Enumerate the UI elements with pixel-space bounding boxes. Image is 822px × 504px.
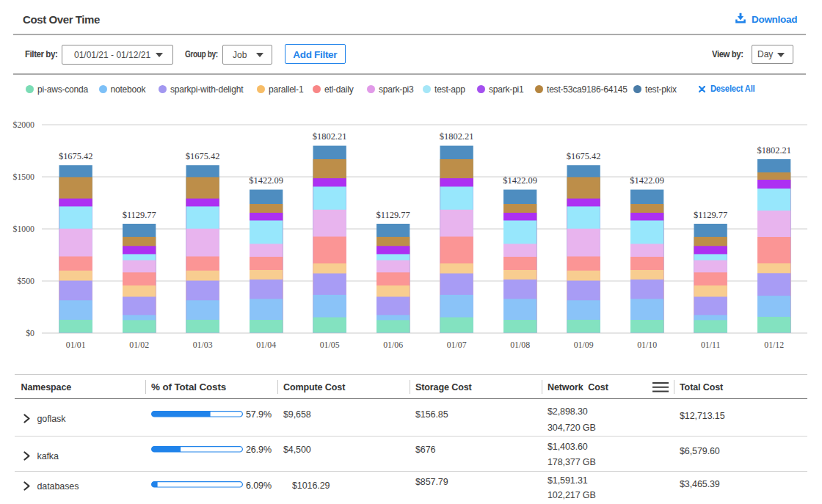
svg-text:01/08: 01/08 [510,340,530,350]
svg-text:$1675.42: $1675.42 [59,151,92,161]
svg-text:01/10: 01/10 [637,340,657,350]
svg-text:01/03: 01/03 [193,340,213,350]
svg-text:$1000: $1000 [13,224,35,234]
svg-text:01/02: 01/02 [129,340,149,350]
svg-text:$1675.42: $1675.42 [567,151,600,161]
svg-text:01/11: 01/11 [701,340,721,350]
svg-text:$1129.77: $1129.77 [123,210,156,220]
svg-text:01/04: 01/04 [256,340,276,350]
svg-text:$500: $500 [17,276,34,286]
svg-text:$1802.21: $1802.21 [440,131,473,142]
svg-text:01/12: 01/12 [764,340,784,350]
svg-text:01/09: 01/09 [574,340,594,350]
svg-text:$2000: $2000 [13,120,35,130]
svg-text:01/07: 01/07 [447,340,467,350]
svg-text:$1500: $1500 [13,172,35,182]
svg-text:$1422.09: $1422.09 [503,175,537,186]
svg-text:$1422.09: $1422.09 [249,175,283,186]
svg-text:$0: $0 [26,328,34,338]
svg-text:$1675.42: $1675.42 [186,151,219,161]
svg-text:01/05: 01/05 [320,340,340,350]
svg-text:$1802.21: $1802.21 [313,131,346,142]
svg-text:$1129.77: $1129.77 [377,210,410,220]
svg-text:01/06: 01/06 [383,340,403,350]
svg-text:01/01: 01/01 [66,340,86,350]
svg-text:$1129.77: $1129.77 [694,210,727,220]
svg-text:$1802.21: $1802.21 [757,145,790,156]
svg-text:$1422.09: $1422.09 [630,175,663,186]
